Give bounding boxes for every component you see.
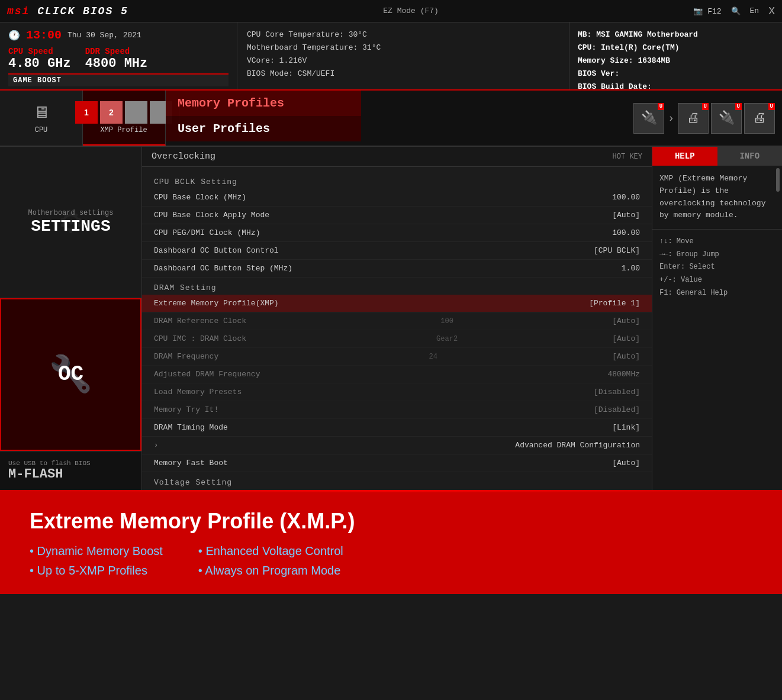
xmp-buttons: 1 2 bbox=[75, 101, 172, 124]
bottom-title: Extreme Memory Profile (X.M.P.) bbox=[30, 509, 752, 534]
help-tabs: HELP INFO bbox=[652, 147, 782, 166]
feature-enhanced-voltage: Enhanced Voltage Control bbox=[198, 544, 343, 558]
arrow-icon: › bbox=[154, 441, 158, 450]
tab-help[interactable]: HELP bbox=[652, 147, 717, 166]
game-boost-bar[interactable]: GAME BOOST bbox=[8, 73, 229, 86]
search-icon[interactable]: 🔍 bbox=[731, 7, 741, 16]
setting-cpu-base-apply[interactable]: CPU Base Clock Apply Mode [Auto] bbox=[142, 207, 652, 224]
setting-memory-try[interactable]: Memory Try It! [Disabled] bbox=[142, 401, 652, 419]
memory-profiles-option[interactable]: Memory Profiles bbox=[166, 91, 361, 116]
xmp-btn-3[interactable] bbox=[125, 101, 147, 124]
language-selector[interactable]: En bbox=[750, 7, 760, 15]
mflash-label: M-FLASH bbox=[8, 467, 133, 482]
panel-hotkey: HOT KEY bbox=[613, 153, 642, 161]
setting-cpu-peg-dmi[interactable]: CPU PEG/DMI Clock (MHz) 100.00 bbox=[142, 224, 652, 242]
setting-digitall-power[interactable]: › DigitALL Power bbox=[142, 489, 652, 490]
cpu-speed-value: 4.80 GHz bbox=[8, 56, 71, 71]
mflash-small-label: Use USB to flash BIOS bbox=[8, 460, 133, 467]
tab-info[interactable]: INFO bbox=[717, 147, 783, 166]
vcore: VCore: 1.216V bbox=[247, 54, 559, 67]
main-content: ⚙ Motherboard settings SETTINGS 🔧 OC Use… bbox=[0, 147, 782, 490]
setting-xmp[interactable]: Extreme Memory Profile(XMP) [Profile 1] bbox=[142, 295, 652, 312]
settings-list[interactable]: CPU BCLK Setting CPU Base Clock (MHz) 10… bbox=[142, 167, 652, 490]
clock-date: Thu 30 Sep, 2021 bbox=[67, 31, 141, 40]
bottom-section: Extreme Memory Profile (X.M.P.) Dynamic … bbox=[0, 492, 782, 594]
panel-header: Overclocking HOT KEY bbox=[142, 147, 652, 167]
info-center: CPU Core Temperature: 30°C Motherboard T… bbox=[237, 22, 569, 89]
key-value: +/-: Value bbox=[659, 274, 775, 287]
setting-dram-ref-clock[interactable]: DRAM Reference Clock 100 [Auto] bbox=[142, 312, 652, 330]
bios-ver: BIOS Ver: bbox=[578, 67, 774, 80]
msi-logo: msi CLICK BIOS 5 bbox=[7, 5, 128, 17]
close-button[interactable]: X bbox=[768, 5, 775, 17]
setting-dashboard-step[interactable]: Dashboard OC Button Step (MHz) 1.00 bbox=[142, 260, 652, 278]
ddr-speed-label: DDR Speed bbox=[85, 47, 148, 56]
help-keys: ↑↓: Move →←: Group Jump Enter: Select +/… bbox=[652, 229, 782, 305]
feature-col-right: Enhanced Voltage Control Always on Progr… bbox=[198, 544, 343, 578]
usb-icon-2: U 🖨 bbox=[678, 103, 709, 134]
setting-mem-fast-boot[interactable]: Memory Fast Boot [Auto] bbox=[142, 454, 652, 472]
mb-info: MB: MSI GAMING Motherboard bbox=[578, 28, 774, 41]
cpu-tab-label: CPU bbox=[35, 126, 48, 134]
key-enter: Enter: Select bbox=[659, 261, 775, 274]
center-panel: Overclocking HOT KEY CPU BCLK Setting CP… bbox=[142, 147, 652, 490]
right-panel: HELP INFO XMP (Extreme Memory Profile) i… bbox=[652, 147, 782, 490]
setting-dram-freq[interactable]: DRAM Frequency 24 [Auto] bbox=[142, 348, 652, 366]
setting-cpu-imc-dram[interactable]: CPU IMC : DRAM Clock Gear2 [Auto] bbox=[142, 330, 652, 348]
setting-dram-timing[interactable]: DRAM Timing Mode [Link] bbox=[142, 419, 652, 437]
info-row: 🕐 13:00 Thu 30 Sep, 2021 CPU Speed 4.80 … bbox=[0, 22, 782, 91]
key-f1: F1: General Help bbox=[659, 287, 775, 300]
section-cpu-bclk: CPU BCLK Setting bbox=[142, 172, 652, 189]
settings-large-label: SETTINGS bbox=[31, 217, 110, 236]
setting-adv-dram[interactable]: › Advanced DRAM Configuration bbox=[142, 437, 652, 454]
setting-cpu-base-clock[interactable]: CPU Base Clock (MHz) 100.00 bbox=[142, 189, 652, 207]
section-voltage: Voltage Setting bbox=[142, 472, 652, 489]
clock-row: 🕐 13:00 Thu 30 Sep, 2021 bbox=[8, 28, 229, 42]
xmp-btn-2[interactable]: 2 bbox=[100, 101, 123, 124]
xmp-btn-1[interactable]: 1 bbox=[75, 101, 98, 124]
feature-program-mode: Always on Program Mode bbox=[198, 564, 343, 578]
tab-xmp[interactable]: 1 2 XMP Profile bbox=[83, 91, 166, 146]
info-left: 🕐 13:00 Thu 30 Sep, 2021 CPU Speed 4.80 … bbox=[0, 22, 237, 89]
bios-mode: BIOS Mode: CSM/UEFI bbox=[247, 67, 559, 80]
cpu-speed-label: CPU Speed bbox=[8, 47, 71, 56]
screenshot-icon[interactable]: 📷 F12 bbox=[693, 7, 721, 16]
ddr-speed-value: 4800 MHz bbox=[85, 56, 148, 71]
usb-badge-1: U bbox=[658, 103, 664, 110]
user-profiles-option[interactable]: User Profiles bbox=[166, 116, 361, 141]
setting-adj-dram-freq: Adjusted DRAM Frequency 4800MHz bbox=[142, 366, 652, 383]
oc-large-label: OC bbox=[58, 362, 83, 386]
key-group: →←: Group Jump bbox=[659, 249, 775, 262]
usb-icons: U 🔌 › U 🖨 U 🔌 U 🖨 bbox=[626, 91, 782, 146]
clock-time: 13:00 bbox=[26, 28, 62, 42]
settings-small-label: Motherboard settings bbox=[28, 209, 113, 217]
oc-item[interactable]: 🔧 OC bbox=[0, 298, 141, 451]
help-content: XMP (Extreme Memory Profile) is the over… bbox=[652, 166, 776, 229]
clock-icon: 🕐 bbox=[8, 30, 20, 41]
memory-info: Memory Size: 16384MB bbox=[578, 54, 774, 67]
xmp-area: 1 2 XMP Profile bbox=[68, 99, 180, 137]
help-scrollbar[interactable] bbox=[776, 168, 780, 192]
arrow-1: › bbox=[668, 112, 674, 124]
setting-dashboard-control[interactable]: Dashboard OC Button Control [CPU BCLK] bbox=[142, 242, 652, 260]
feature-col-left: Dynamic Memory Boost Up to 5-XMP Profile… bbox=[30, 544, 163, 578]
settings-item[interactable]: ⚙ Motherboard settings SETTINGS bbox=[0, 147, 141, 298]
cpu-info: CPU: Intel(R) Core(TM) bbox=[578, 41, 774, 54]
mb-temp: Motherboard Temperature: 31°C bbox=[247, 41, 559, 54]
xmp-tab-label: XMP Profile bbox=[100, 126, 147, 134]
mflash-area[interactable]: Use USB to flash BIOS M-FLASH bbox=[0, 451, 141, 490]
bottom-features: Dynamic Memory Boost Up to 5-XMP Profile… bbox=[30, 544, 752, 578]
panel-title: Overclocking bbox=[152, 151, 215, 162]
ez-mode-label[interactable]: EZ Mode (F7) bbox=[383, 7, 439, 15]
key-move: ↑↓: Move bbox=[659, 236, 775, 249]
setting-load-presets[interactable]: Load Memory Presets [Disabled] bbox=[142, 383, 652, 401]
feature-xmp-profiles: Up to 5-XMP Profiles bbox=[30, 564, 163, 578]
profile-dropdown: Memory Profiles User Profiles bbox=[166, 91, 361, 141]
cpu-speed: CPU Speed 4.80 GHz bbox=[8, 47, 71, 71]
cpu-icon: 🖥 bbox=[33, 102, 50, 122]
usb-icon-1: U 🔌 bbox=[633, 103, 664, 134]
info-right: MB: MSI GAMING Motherboard CPU: Intel(R)… bbox=[569, 22, 782, 89]
usb-badge-4: U bbox=[768, 103, 775, 110]
usb-badge-2: U bbox=[702, 103, 709, 110]
left-sidebar: ⚙ Motherboard settings SETTINGS 🔧 OC Use… bbox=[0, 147, 142, 490]
